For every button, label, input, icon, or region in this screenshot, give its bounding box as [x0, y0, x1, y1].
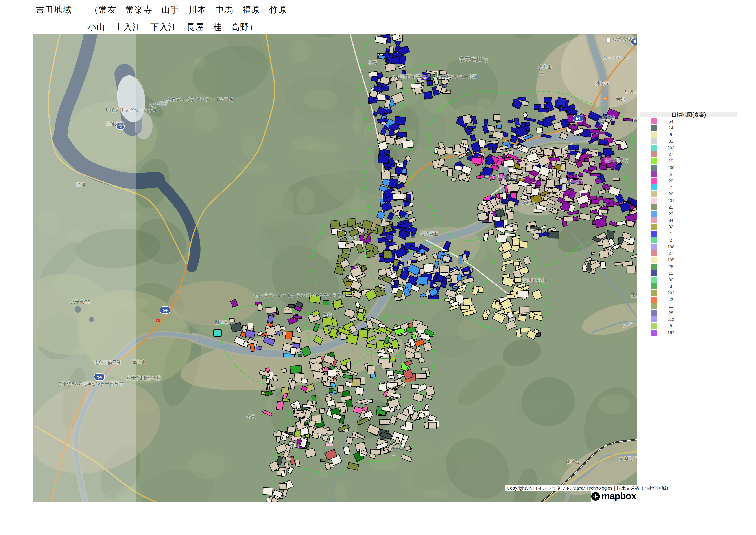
- map-label: 横山: [290, 443, 299, 448]
- map-label: 吉田中: [602, 115, 616, 120]
- legend-value: 7: [661, 184, 680, 190]
- legend-value: 54: [661, 118, 680, 125]
- map-label: 中馬: [368, 60, 377, 65]
- map-label: 五郎丸: [133, 359, 146, 364]
- legend-swatch: [651, 217, 657, 223]
- legend-value: 2: [661, 237, 680, 243]
- map-label: ▲: [540, 71, 544, 75]
- legend-value: 197: [661, 329, 680, 336]
- map-canvas[interactable]: 〒〒〒545454545八千代湖土師ダムグラウンド・ゴルフ場サイクリングターミナ…: [33, 34, 637, 502]
- legend-swatch: [651, 224, 657, 230]
- map-label: 浄安寺: [596, 81, 609, 86]
- legend-value: 43: [661, 296, 680, 303]
- legend-swatch: [651, 131, 657, 138]
- map-label: 明神谷: [566, 459, 580, 464]
- legend-value: 203: [661, 145, 680, 151]
- legend-swatch: [651, 145, 657, 151]
- legend-swatch: [651, 204, 657, 210]
- teal-parcel: [214, 329, 222, 336]
- legend-swatch: [651, 237, 657, 243]
- legend-value: 36: [661, 277, 680, 283]
- map-label: 赤柴山: [391, 445, 404, 450]
- map-label: ゆめタウン: [613, 37, 636, 42]
- legend-value: 27: [661, 250, 680, 256]
- map-label: サイクリングターミナル: [105, 107, 158, 113]
- page: 吉田地域 （常友 常楽寺 山手 川本 中馬 福原 竹原 小山 上入江 下入江 長…: [0, 0, 756, 535]
- legend-swatch: [651, 329, 657, 336]
- legend-value: 9: [661, 131, 680, 138]
- map-label: 文: [599, 121, 604, 126]
- legend-swatch: [651, 138, 657, 144]
- legend-value: 26: [661, 191, 680, 197]
- map-label: 吉田町国: [633, 117, 637, 122]
- legend-value: 200: [661, 165, 680, 171]
- map-label: 南条装備工業: [94, 360, 121, 365]
- legend-swatch: [651, 191, 657, 197]
- legend-value: 11: [661, 303, 680, 309]
- legend-value: 202: [661, 290, 680, 296]
- legend-swatch: [651, 171, 657, 177]
- legend-swatch: [651, 264, 657, 269]
- mapbox-wordmark: mapbox: [602, 491, 636, 501]
- svg-text:54: 54: [576, 116, 580, 121]
- white-overlay-band: [33, 34, 136, 502]
- legend-value: 201: [661, 198, 680, 204]
- store-icon: [607, 38, 610, 42]
- map-label: 吉田町小山: [522, 277, 546, 283]
- legend-value: 27: [661, 151, 680, 157]
- legend-value: 19: [661, 158, 680, 164]
- map-label: 安芸高田市: [459, 56, 488, 63]
- legend-value: 28: [661, 310, 680, 316]
- legend-value: 6: [661, 171, 680, 177]
- map-label: 桂峠: [323, 312, 332, 317]
- map-label: 清風会: [523, 201, 535, 205]
- svg-text:〒: 〒: [604, 98, 607, 100]
- legend-value: 12: [661, 270, 680, 276]
- map-label: 八千代CC: [71, 299, 91, 304]
- mapbox-logo[interactable]: mapbox: [591, 492, 637, 502]
- legend-swatch: [651, 198, 657, 204]
- map-label: 向原町長田: [619, 456, 637, 461]
- map-label: 正力: [631, 293, 637, 298]
- title-line1: 吉田地域 （常友 常楽寺 山手 川本 中馬 福原 竹原: [36, 4, 287, 15]
- map-label: 吉田サッカー公園: [441, 74, 477, 79]
- map-label: 土師ダムグラウンド・ゴルフ場: [166, 97, 233, 102]
- svg-text:〒: 〒: [157, 319, 159, 322]
- legend-swatch: [651, 211, 657, 217]
- legend-value: 1: [661, 231, 680, 237]
- map-label: 黒瀬: [76, 182, 85, 187]
- legend-swatch: [651, 316, 657, 323]
- legend-value: 20: [661, 178, 680, 184]
- legend-swatch: [651, 296, 657, 303]
- map-label: ▲: [392, 452, 395, 456]
- legend-swatch: [651, 257, 657, 263]
- satellite-map: 〒〒〒545454545八千代湖土師ダムグラウンド・ゴルフ場サイクリングターミナ…: [33, 34, 637, 502]
- map-label: 新庄みそ: [215, 320, 233, 324]
- legend-value: 198: [661, 244, 680, 250]
- title-line2: 小山 上入江 下入江 長屋 桂 高野）: [88, 21, 287, 33]
- mapbox-icon: [591, 492, 600, 502]
- map-label: 大和重工: [420, 232, 438, 237]
- legend-swatch: [651, 231, 657, 237]
- legend-swatch: [651, 323, 657, 329]
- map-label: 金広: [348, 236, 357, 241]
- legend-swatch: [651, 277, 657, 283]
- attribution-text: Copyright©NTTインフラネット, Maxar Technologies…: [507, 485, 671, 491]
- map-label: 光井山: [538, 65, 552, 70]
- legend-value: 112: [661, 316, 680, 323]
- map-label: 八千代町佐々井: [126, 375, 161, 381]
- legend-swatch: [651, 270, 657, 276]
- legend-value: 32: [661, 224, 680, 230]
- map-label: 安芸高田市温水プール: [393, 74, 439, 79]
- legend-swatch: [651, 178, 657, 184]
- svg-text:54: 54: [163, 308, 168, 313]
- map-attribution: Copyright©NTTインフラネット, Maxar Technologies…: [505, 485, 638, 492]
- page-title: 吉田地域 （常友 常楽寺 山手 川本 中馬 福原 竹原 小山 上入江 下入江 長…: [36, 4, 287, 33]
- map-label: 坂本重工: [566, 180, 584, 184]
- legend-value: 8: [661, 323, 680, 329]
- legend-swatch: [651, 290, 657, 296]
- legend-value: 195: [661, 257, 680, 263]
- svg-text:〒: 〒: [504, 139, 507, 142]
- legend-swatch: [651, 125, 657, 131]
- map-label: 土師大橋: [106, 121, 124, 126]
